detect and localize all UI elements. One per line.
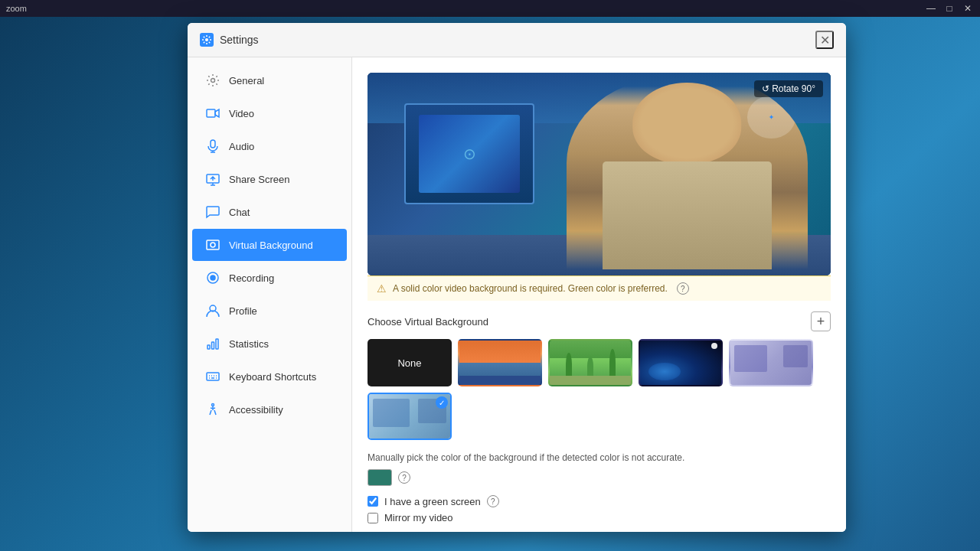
sidebar-label-profile: Profile	[229, 305, 257, 317]
statistics-icon	[204, 335, 221, 352]
video-preview: ⊙ ✦	[368, 73, 831, 276]
chat-icon	[204, 204, 221, 220]
dialog-body: General Video	[188, 57, 846, 532]
taskbar: zoom — □ ✕	[0, 0, 980, 17]
sidebar-item-audio[interactable]: Audio	[192, 130, 347, 162]
color-swatch[interactable]	[368, 469, 392, 486]
sidebar-label-recording: Recording	[229, 272, 274, 284]
recording-icon	[204, 269, 221, 286]
svg-rect-11	[212, 342, 214, 349]
color-swatch-row: ?	[368, 469, 831, 486]
svg-rect-2	[207, 109, 215, 117]
settings-dialog: Settings ✕ General	[188, 23, 846, 532]
bg-thumb-office2[interactable]: ✓	[368, 393, 452, 440]
sidebar-item-accessibility[interactable]: Accessibility	[192, 393, 347, 425]
sidebar: General Video	[188, 57, 352, 532]
sidebar-item-profile[interactable]: Profile	[192, 295, 347, 327]
green-screen-checkbox[interactable]	[368, 496, 378, 507]
audio-icon	[204, 138, 221, 155]
svg-rect-3	[211, 140, 215, 148]
section-title: Choose Virtual Background	[368, 316, 488, 328]
virtual-bg-elements: ⊙ ✦	[368, 73, 831, 276]
taskbar-title: zoom	[6, 4, 27, 13]
sidebar-item-general[interactable]: General	[192, 64, 347, 96]
svg-point-6	[211, 243, 215, 247]
bg-thumbnails: None	[368, 339, 831, 440]
bg-thumb-none[interactable]: None	[368, 339, 452, 386]
color-help-icon[interactable]: ?	[398, 471, 410, 484]
sidebar-item-video[interactable]: Video	[192, 97, 347, 129]
warning-text: A solid color video background is requir…	[393, 283, 668, 294]
green-screen-help-icon[interactable]: ?	[487, 495, 499, 507]
color-pick-label: Manually pick the color of the backgroun…	[368, 452, 831, 463]
sidebar-label-statistics: Statistics	[229, 338, 269, 350]
sidebar-item-statistics[interactable]: Statistics	[192, 328, 347, 360]
bg-thumb-space[interactable]	[639, 339, 723, 386]
section-header: Choose Virtual Background +	[368, 311, 831, 331]
none-label: None	[397, 357, 421, 369]
sidebar-item-virtual-background[interactable]: Virtual Background	[192, 229, 347, 261]
keyboard-icon	[204, 368, 221, 385]
accessibility-icon	[204, 401, 221, 418]
svg-rect-13	[207, 373, 219, 380]
sidebar-label-accessibility: Accessibility	[229, 404, 283, 416]
vbg-screen: ⊙	[404, 103, 534, 205]
bg-thumb-bridge[interactable]	[458, 339, 542, 386]
sidebar-label-chat: Chat	[229, 207, 250, 218]
warning-bar: ⚠ A solid color video background is requ…	[368, 276, 831, 301]
maximize-btn[interactable]: □	[943, 3, 956, 14]
mirror-video-row: Mirror my video	[368, 512, 831, 523]
bg-thumb-nature[interactable]	[548, 339, 632, 386]
svg-point-1	[211, 79, 215, 83]
svg-point-14	[212, 404, 214, 406]
close-taskbar-btn[interactable]: ✕	[962, 3, 974, 14]
warning-help-icon[interactable]: ?	[677, 282, 689, 295]
mirror-video-label: Mirror my video	[384, 512, 453, 523]
virtual-bg-icon	[204, 236, 221, 253]
main-content: ⊙ ✦	[352, 57, 846, 532]
add-background-button[interactable]: +	[811, 311, 831, 331]
sidebar-label-audio: Audio	[229, 141, 254, 152]
person-overlay: ✦	[567, 77, 808, 269]
color-pick-section: Manually pick the color of the backgroun…	[368, 452, 831, 486]
sidebar-label-video: Video	[229, 108, 254, 119]
settings-icon	[200, 33, 214, 47]
sidebar-item-recording[interactable]: Recording	[192, 262, 347, 294]
green-screen-row: I have a green screen ?	[368, 495, 831, 507]
sidebar-label-virtual-bg: Virtual Background	[229, 240, 313, 251]
minimize-btn[interactable]: —	[925, 3, 937, 14]
bg-thumb-office1[interactable]	[729, 339, 813, 386]
dialog-close-button[interactable]: ✕	[815, 31, 834, 49]
sidebar-item-chat[interactable]: Chat	[192, 196, 347, 228]
sidebar-item-keyboard-shortcuts[interactable]: Keyboard Shortcuts	[192, 360, 347, 393]
dialog-title: Settings	[220, 34, 259, 46]
green-screen-label: I have a green screen	[384, 496, 481, 507]
thumb-selected-check: ✓	[436, 396, 448, 409]
video-icon	[204, 105, 221, 122]
sidebar-label-keyboard: Keyboard Shortcuts	[229, 371, 316, 383]
mirror-video-checkbox[interactable]	[368, 513, 378, 523]
rotate-button[interactable]: ↺ Rotate 90°	[754, 80, 823, 97]
svg-point-8	[211, 276, 215, 280]
profile-icon	[204, 302, 221, 319]
svg-rect-10	[207, 345, 210, 349]
sidebar-label-general: General	[229, 75, 264, 86]
gear-icon	[204, 72, 221, 89]
sidebar-label-share-screen: Share Screen	[229, 174, 290, 185]
sidebar-item-share-screen[interactable]: Share Screen	[192, 163, 347, 195]
share-screen-icon	[204, 171, 221, 187]
warning-icon: ⚠	[377, 282, 387, 295]
dialog-titlebar: Settings ✕	[188, 23, 846, 57]
svg-point-0	[205, 38, 208, 41]
svg-rect-5	[207, 240, 219, 249]
taskbar-controls: — □ ✕	[925, 3, 974, 14]
svg-rect-12	[216, 339, 218, 349]
